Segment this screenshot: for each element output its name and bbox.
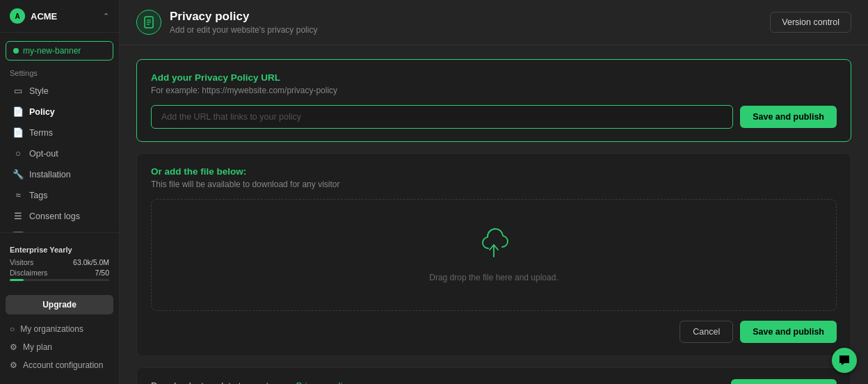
privacy-policy-icon	[136, 10, 161, 35]
sidebar-label-opt-out: Opt-out	[29, 149, 58, 159]
plan-disclaimers-row: Disclaimers 7/50	[10, 269, 109, 277]
account-config-label: Account configuration	[23, 360, 103, 370]
opt-out-icon: ○	[13, 148, 24, 159]
page-subtitle: Add or edit your website's privacy polic…	[170, 25, 317, 35]
header-text: Privacy policy Add or edit your website'…	[170, 10, 317, 35]
policy-url-input[interactable]	[151, 105, 733, 129]
sidebar-item-terms[interactable]: 📄 Terms	[3, 122, 116, 143]
my-orgs-label: My organizations	[20, 324, 83, 334]
template-policy-link[interactable]: Privacy policy	[296, 381, 351, 385]
sidebar-label-consent-logs: Consent logs	[29, 211, 80, 221]
plan-title: Enterprise Yearly	[10, 246, 109, 254]
template-main-text: Download a template to create your Priva…	[151, 381, 366, 385]
sidebar-item-account-config[interactable]: ⚙ Account configuration	[0, 356, 119, 374]
policy-icon: 📄	[13, 106, 24, 117]
sidebar-chevron-icon[interactable]: ⌃	[103, 12, 109, 21]
banner-item-label: my-new-banner	[23, 46, 81, 56]
disclaimers-value: 7/50	[95, 269, 109, 277]
sidebar-item-tags[interactable]: ≈ Tags	[3, 185, 116, 205]
file-section-subtitle: This file will be available to download …	[151, 179, 837, 189]
sidebar-label-terms: Terms	[29, 128, 53, 138]
consent-logs-icon: ☰	[13, 211, 24, 221]
url-section-title: Add your Privacy Policy URL	[151, 72, 837, 83]
sidebar-bottom: Enterprise Yearly Visitors 63.0k/5.0M Di…	[0, 232, 119, 384]
template-section-card: Download a template to create your Priva…	[136, 367, 851, 384]
save-publish-url-button[interactable]: Save and publish	[740, 106, 837, 128]
logo-circle: A	[10, 8, 25, 24]
file-dropzone[interactable]: Drag drop the file here and upload.	[151, 199, 837, 311]
plan-visitors-row: Visitors 63.0k/5.0M	[10, 258, 109, 266]
my-plan-label: My plan	[23, 342, 52, 352]
plan-progress-bar-fill	[10, 279, 24, 281]
cancel-button[interactable]: Cancel	[680, 321, 733, 343]
sidebar-banner-item[interactable]: my-new-banner	[6, 41, 113, 61]
my-orgs-icon: ○	[10, 324, 15, 334]
url-input-row: Save and publish	[151, 105, 837, 129]
template-section-text: Download a template to create your Priva…	[151, 381, 366, 385]
my-plan-icon: ⚙	[10, 342, 17, 352]
sidebar-label-style: Style	[29, 86, 49, 96]
page-title: Privacy policy	[170, 10, 317, 24]
style-icon: ▭	[13, 86, 24, 96]
sidebar-header: A ACME ⌃	[0, 0, 119, 33]
sidebar-item-dashboard[interactable]: 📊 Dashboard	[3, 227, 116, 232]
file-action-row: Cancel Save and publish	[151, 321, 837, 343]
account-config-icon: ⚙	[10, 360, 17, 370]
dropzone-text: Drag drop the file here and upload.	[429, 273, 558, 282]
sidebar-label-tags: Tags	[29, 191, 47, 200]
upgrade-button[interactable]: Upgrade	[6, 295, 113, 314]
main-header: Privacy policy Add or edit your website'…	[120, 0, 868, 45]
terms-icon: 📄	[13, 127, 24, 138]
main-header-left: Privacy policy Add or edit your website'…	[136, 10, 317, 35]
sidebar-item-consent-logs[interactable]: ☰ Consent logs	[3, 206, 116, 226]
tags-icon: ≈	[13, 190, 24, 200]
template-text-before: Download a template to create your	[151, 381, 294, 385]
version-control-button[interactable]: Version control	[770, 12, 851, 33]
main-content-area: Privacy policy Add or edit your website'…	[120, 0, 868, 384]
visitors-label: Visitors	[10, 258, 33, 266]
installation-icon: 🔧	[13, 169, 24, 179]
plan-progress-bar-bg	[10, 279, 109, 281]
sidebar-bottom-links: ○ My organizations ⚙ My plan ⚙ Account c…	[0, 317, 119, 377]
sidebar: A ACME ⌃ my-new-banner Settings ▭ Style …	[0, 0, 120, 384]
banner-active-dot	[13, 48, 19, 54]
plan-section: Enterprise Yearly Visitors 63.0k/5.0M Di…	[0, 240, 119, 292]
url-section-subtitle: For example: https://mywebsite.com/priva…	[151, 86, 837, 95]
sidebar-item-style[interactable]: ▭ Style	[3, 81, 116, 101]
upload-icon	[476, 227, 512, 264]
save-publish-file-button[interactable]: Save and publish	[740, 321, 837, 343]
sidebar-item-policy[interactable]: 📄 Policy	[3, 102, 116, 122]
file-section-title: Or add the file below:	[151, 166, 837, 177]
url-section-card: Add your Privacy Policy URL For example:…	[136, 59, 851, 142]
disclaimers-label: Disclaimers	[10, 269, 47, 277]
sidebar-item-opt-out[interactable]: ○ Opt-out	[3, 143, 116, 163]
sidebar-logo[interactable]: A ACME	[10, 8, 57, 24]
sidebar-label-installation: Installation	[29, 170, 71, 179]
visitors-value: 63.0k/5.0M	[73, 258, 109, 266]
sidebar-label-policy: Policy	[29, 107, 55, 117]
sidebar-item-my-orgs[interactable]: ○ My organizations	[0, 320, 119, 338]
sidebar-item-installation[interactable]: 🔧 Installation	[3, 164, 116, 184]
download-model-button[interactable]: Download model	[731, 379, 837, 384]
chat-bubble-button[interactable]	[832, 348, 857, 373]
sidebar-item-my-plan[interactable]: ⚙ My plan	[0, 338, 119, 356]
main-content: Add your Privacy Policy URL For example:…	[120, 45, 868, 384]
app-name: ACME	[31, 11, 57, 22]
sidebar-nav: my-new-banner Settings ▭ Style 📄 Policy …	[0, 33, 119, 232]
sidebar-section-settings: Settings	[0, 63, 119, 80]
file-section-card: Or add the file below: This file will be…	[136, 153, 851, 356]
